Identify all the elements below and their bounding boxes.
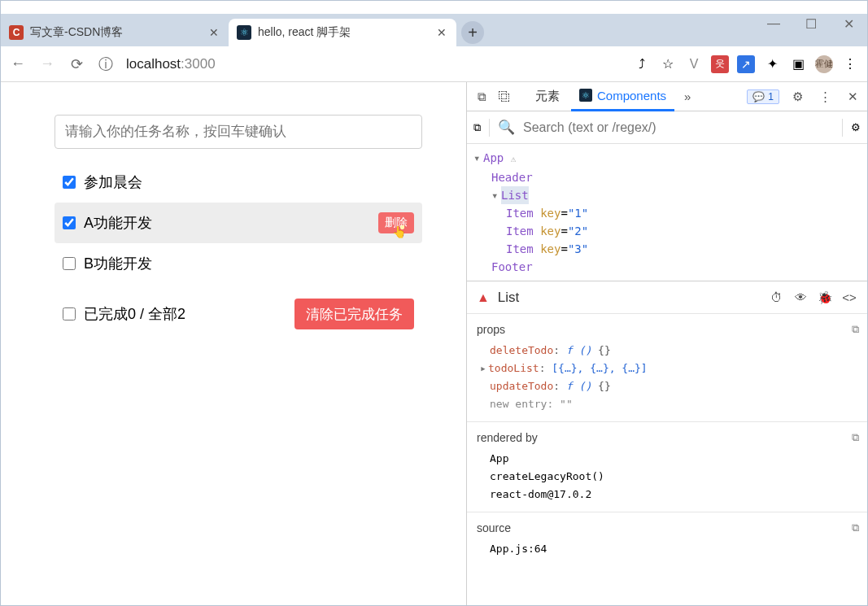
prop-row[interactable]: new entry: "" — [477, 395, 857, 413]
components-toolbar: ⧉ 🔍 ⚙ — [467, 111, 867, 144]
tree-node-header[interactable]: Header — [491, 171, 533, 184]
extensions-icon[interactable]: ✦ — [763, 55, 781, 73]
view-source-icon[interactable]: <> — [841, 290, 857, 304]
rendered-row[interactable]: App — [477, 450, 857, 468]
select-all-checkbox[interactable] — [63, 307, 76, 320]
todo-checkbox[interactable] — [63, 216, 76, 229]
url-host: localhost — [126, 56, 181, 72]
favicon-react: ⚛ — [237, 25, 251, 40]
window-close[interactable]: ✕ — [830, 1, 867, 46]
tree-node-app[interactable]: App — [483, 151, 504, 164]
eye-icon[interactable]: 👁 — [792, 290, 809, 304]
suspend-icon[interactable]: ⏱ — [768, 290, 784, 304]
kebab-icon[interactable]: ⋮ — [815, 89, 835, 104]
prop-row[interactable]: ▸todoList: [{…}, {…}, {…}] — [477, 360, 857, 377]
reload-icon[interactable]: ⟳ — [68, 55, 85, 73]
tree-node-item[interactable]: Item — [506, 225, 534, 238]
component-details: ▲ List ⏱ 👁 🐞 <> props ⧉ deleteTodo: f ()… — [467, 281, 867, 605]
details-title: List — [498, 290, 519, 306]
todo-item[interactable]: A功能开发 删除👆 — [55, 203, 422, 243]
device-icon[interactable]: ⿻ — [495, 89, 514, 103]
back-icon[interactable]: ← — [9, 55, 27, 72]
tree-node-item[interactable]: Item — [506, 242, 534, 255]
more-tabs-icon[interactable]: » — [678, 89, 697, 103]
source-row[interactable]: App.js:64 — [477, 540, 857, 558]
tab-strip: C 写文章-CSDN博客 ✕ ⚛ hello, react 脚手架 ✕ + — … — [1, 14, 867, 46]
extension-icon[interactable]: 웃 — [711, 55, 729, 73]
search-icon: 🔍 — [498, 119, 515, 136]
section-title: props — [477, 320, 857, 338]
warning-icon: ⚠ — [511, 154, 517, 164]
todo-footer: 已完成0 / 全部2 清除已完成任务 — [55, 299, 422, 329]
avatar[interactable]: 霍健 — [815, 55, 833, 73]
tree-node-list[interactable]: List — [501, 186, 529, 204]
react-icon: ⚛ — [579, 89, 592, 102]
tree-node-footer[interactable]: Footer — [491, 260, 533, 273]
todo-text: B功能开发 — [84, 254, 152, 273]
devtools-tabs: ⧉ ⿻ 元素 ⚛ Components » 💬 1 ⚙ ⋮ ✕ — [467, 82, 867, 111]
select-element-icon[interactable]: ⧉ — [473, 121, 481, 134]
section-title: source — [477, 519, 857, 537]
kebab-icon[interactable]: ⋮ — [841, 55, 859, 73]
todo-text: 参加晨会 — [84, 172, 142, 192]
extension-icon[interactable]: ↗ — [737, 55, 755, 73]
inspect-icon[interactable]: ⧉ — [472, 89, 491, 104]
component-tree: ▾App ⚠ Header ▾List Item key="1" Item ke… — [467, 144, 867, 281]
gear-icon[interactable]: ⚙ — [851, 121, 861, 133]
warning-icon: ▲ — [477, 290, 490, 305]
footer-label: 已完成0 / 全部2 — [84, 304, 185, 324]
rendered-row[interactable]: createLegacyRoot() — [477, 468, 857, 486]
clear-completed-button[interactable]: 清除已完成任务 — [294, 299, 414, 329]
bug-icon[interactable]: 🐞 — [817, 290, 833, 305]
bookmark-icon[interactable]: ☆ — [659, 55, 677, 73]
close-icon[interactable]: ✕ — [207, 26, 220, 39]
app-content: 参加晨会 A功能开发 删除👆 B功能开发 已完成0 / 全部2 清除已完成任务 — [1, 82, 466, 605]
devtools-panel: ⧉ ⿻ 元素 ⚛ Components » 💬 1 ⚙ ⋮ ✕ ⧉ — [466, 82, 867, 605]
todo-item[interactable]: 参加晨会 — [55, 162, 422, 203]
todo-checkbox[interactable] — [63, 176, 76, 189]
tab-react[interactable]: ⚛ hello, react 脚手架 ✕ — [229, 19, 456, 46]
close-icon[interactable]: ✕ — [843, 89, 862, 104]
forward-icon: → — [38, 55, 56, 72]
copy-icon[interactable]: ⧉ — [852, 429, 859, 447]
favicon-csdn: C — [9, 25, 24, 40]
share-icon[interactable]: ⤴ — [633, 55, 651, 73]
props-section: props ⧉ deleteTodo: f () {} ▸todoList: [… — [467, 314, 867, 422]
new-tab-button[interactable]: + — [461, 21, 484, 44]
source-section: source ⧉ App.js:64 — [467, 512, 867, 566]
delete-button[interactable]: 删除👆 — [378, 212, 414, 233]
url-display[interactable]: localhost:3000 — [126, 56, 622, 72]
window-maximize[interactable]: ☐ — [792, 1, 830, 46]
todo-text: A功能开发 — [84, 213, 152, 233]
copy-icon[interactable]: ⧉ — [852, 320, 859, 338]
site-info-icon[interactable]: ⓘ — [97, 54, 115, 74]
gear-icon[interactable]: ⚙ — [787, 89, 807, 104]
url-port: :3000 — [181, 56, 216, 72]
copy-icon[interactable]: ⧉ — [852, 519, 859, 537]
rendered-row[interactable]: react-dom@17.0.2 — [477, 486, 857, 504]
tab-csdn[interactable]: C 写文章-CSDN博客 ✕ — [1, 19, 229, 46]
new-todo-input[interactable] — [55, 115, 422, 149]
section-title: rendered by — [477, 429, 857, 447]
close-icon[interactable]: ✕ — [435, 26, 448, 39]
todo-checkbox[interactable] — [63, 257, 76, 270]
search-input[interactable] — [523, 120, 834, 135]
prop-row[interactable]: deleteTodo: f () {} — [477, 342, 857, 360]
side-panel-icon[interactable]: ▣ — [789, 55, 807, 73]
tab-elements[interactable]: 元素 — [527, 82, 568, 111]
tab-title: 写文章-CSDN博客 — [30, 25, 123, 40]
window-titlebar — [1, 1, 867, 14]
issues-badge[interactable]: 💬 1 — [747, 89, 779, 104]
tree-node-item[interactable]: Item — [506, 207, 534, 220]
window-minimize[interactable]: — — [755, 1, 792, 46]
tab-title: hello, react 脚手架 — [258, 25, 351, 40]
address-bar: ← → ⟳ ⓘ localhost:3000 ⤴ ☆ V 웃 ↗ ✦ ▣ 霍健 … — [1, 46, 867, 82]
tab-components[interactable]: ⚛ Components — [571, 82, 674, 111]
prop-row[interactable]: updateTodo: f () {} — [477, 377, 857, 395]
rendered-by-section: rendered by ⧉ App createLegacyRoot() rea… — [467, 422, 867, 512]
vue-ext-icon[interactable]: V — [685, 55, 703, 73]
todo-item[interactable]: B功能开发 — [55, 243, 422, 284]
